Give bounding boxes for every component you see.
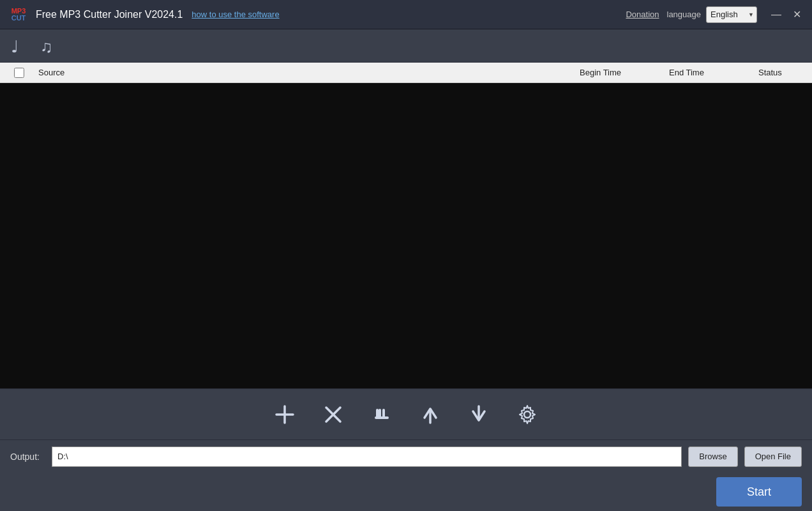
move-down-button[interactable] — [461, 397, 497, 432]
svg-text:♫: ♫ — [40, 37, 53, 56]
logo-mp3-text: MP3 — [11, 8, 26, 15]
start-area: Start — [0, 473, 812, 511]
move-up-button[interactable] — [412, 397, 448, 432]
clear-button[interactable] — [364, 397, 400, 432]
app-title: Free MP3 Cutter Joiner V2024.1 — [36, 9, 183, 20]
join-file-button[interactable]: ♫ — [36, 33, 63, 59]
how-to-link[interactable]: how to use the software — [192, 10, 279, 19]
select-all-checkbox[interactable] — [14, 68, 24, 78]
language-wrapper: English Chinese Spanish French German — [706, 6, 757, 23]
file-list-area — [0, 83, 812, 388]
svg-point-12 — [524, 411, 530, 418]
output-label: Output: — [10, 452, 45, 462]
svg-rect-9 — [376, 409, 379, 418]
header-begin-time: Begin Time — [580, 68, 669, 77]
svg-rect-7 — [379, 409, 381, 418]
app-logo: MP3 CUT — [6, 3, 31, 27]
svg-text:♩: ♩ — [11, 37, 19, 56]
add-file-button[interactable]: ♩ — [5, 33, 32, 59]
language-select[interactable]: English Chinese Spanish French German — [706, 6, 757, 23]
toolbar: ♩ ♫ — [0, 29, 812, 63]
open-file-button[interactable]: Open File — [744, 446, 802, 467]
bottom-toolbar — [0, 388, 812, 439]
table-header: Source Begin Time End Time Status — [0, 63, 812, 83]
logo-cut-text: CUT — [11, 15, 26, 22]
header-source: Source — [36, 68, 580, 77]
minimize-button[interactable]: — — [767, 6, 785, 24]
language-label: language — [667, 10, 702, 19]
header-end-time: End Time — [669, 68, 758, 77]
header-status: Status — [758, 68, 809, 77]
settings-button[interactable] — [509, 397, 545, 432]
add-button[interactable] — [267, 397, 303, 432]
output-path-input[interactable] — [52, 446, 682, 467]
remove-button[interactable] — [315, 397, 351, 432]
main-layout: MP3 CUT Free MP3 Cutter Joiner V2024.1 h… — [0, 0, 812, 511]
table-content-area — [0, 83, 812, 388]
start-button[interactable]: Start — [716, 477, 802, 507]
title-bar: MP3 CUT Free MP3 Cutter Joiner V2024.1 h… — [0, 0, 812, 29]
header-check-col — [3, 68, 36, 78]
svg-rect-8 — [382, 409, 385, 418]
browse-button[interactable]: Browse — [688, 446, 737, 467]
output-area: Output: Browse Open File — [0, 439, 812, 473]
donation-link[interactable]: Donation — [626, 10, 659, 19]
close-button[interactable]: ✕ — [788, 6, 806, 24]
